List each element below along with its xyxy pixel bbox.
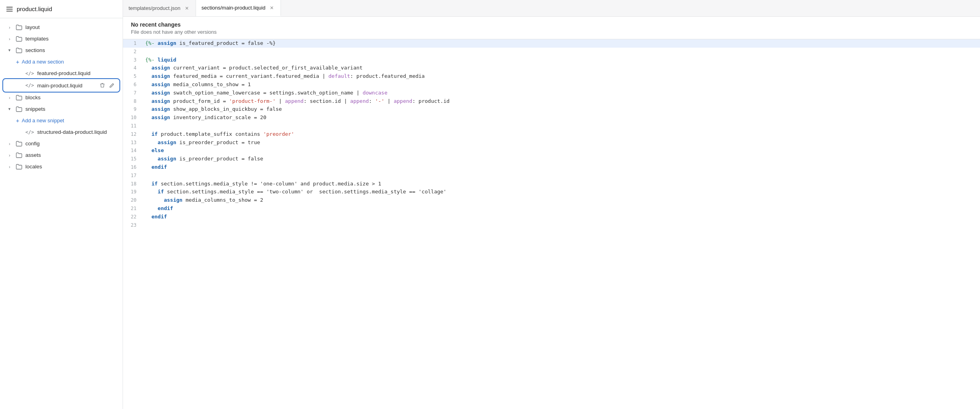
- plus-icon: +: [16, 117, 19, 124]
- item-label: templates: [25, 36, 116, 42]
- code-line: 3{%- liquid: [123, 56, 980, 64]
- folder-icon: [16, 95, 22, 100]
- line-number: 7: [123, 89, 142, 97]
- chevron-icon: ›: [6, 37, 13, 41]
- line-number: 21: [123, 204, 142, 212]
- line-content: endif: [142, 204, 980, 213]
- chevron-icon: ›: [6, 95, 13, 100]
- line-number: 5: [123, 72, 142, 80]
- delete-button[interactable]: [99, 82, 106, 89]
- code-line: 14 else: [123, 147, 980, 155]
- edit-button[interactable]: [108, 82, 115, 89]
- folder-icon: [16, 106, 22, 112]
- chevron-icon: ▾: [6, 106, 13, 112]
- chevron-icon: ›: [6, 25, 13, 30]
- item-actions: [99, 82, 115, 89]
- code-line: 6 assign media_columns_to_show = 1: [123, 81, 980, 89]
- line-content: if product.template_suffix contains 'pre…: [142, 130, 980, 139]
- line-number: 8: [123, 97, 142, 105]
- code-line: 20 assign media_columns_to_show = 2: [123, 196, 980, 204]
- line-content: if section.settings.media_style != 'one-…: [142, 180, 980, 188]
- tree-item-sections[interactable]: ▾ sections: [0, 44, 123, 56]
- code-editor[interactable]: 1{%- assign is_featured_product = false …: [123, 39, 980, 409]
- item-label: assets: [25, 152, 116, 158]
- item-label: layout: [25, 24, 116, 30]
- sidebar: product.liquid › layout› templates▾ sect…: [0, 0, 123, 409]
- line-content: endif: [142, 163, 980, 172]
- tree-item-blocks[interactable]: › blocks: [0, 92, 123, 103]
- item-label: config: [25, 141, 116, 147]
- tree-item-main-product[interactable]: </>main-product.liquid: [3, 79, 119, 92]
- sidebar-header: product.liquid: [0, 0, 123, 18]
- code-line: 2: [123, 48, 980, 56]
- line-number: 9: [123, 105, 142, 113]
- tree-item-assets[interactable]: › assets: [0, 149, 123, 161]
- line-number: 13: [123, 139, 142, 147]
- code-line: 13 assign is_preorder_product = true: [123, 139, 980, 147]
- add-link-label: Add a new snippet: [22, 118, 64, 123]
- code-file-icon: </>: [25, 83, 34, 88]
- line-content: assign media_columns_to_show = 1: [142, 81, 980, 89]
- status-subtitle: File does not have any other versions: [131, 29, 972, 35]
- sidebar-content: › layout› templates▾ sections+Add a new …: [0, 18, 123, 409]
- code-line: 5 assign featured_media = current_varian…: [123, 72, 980, 81]
- code-line: 7 assign swatch_option_name_lowercase = …: [123, 89, 980, 97]
- line-content: if section.settings.media_style == 'two-…: [142, 188, 980, 196]
- status-title: No recent changes: [131, 21, 972, 28]
- chevron-icon: ›: [6, 164, 13, 169]
- line-number: 22: [123, 213, 142, 221]
- tree-item-locales[interactable]: › locales: [0, 161, 123, 172]
- item-label: locales: [25, 164, 116, 170]
- line-number: 11: [123, 122, 142, 130]
- main-panel: templates/product.json✕sections/main-pro…: [123, 0, 980, 409]
- tab-tab-templates[interactable]: templates/product.json✕: [123, 0, 196, 16]
- tree-item-templates[interactable]: › templates: [0, 33, 123, 44]
- tree-item-structured-data-product[interactable]: </>structured-data-product.liquid: [0, 126, 123, 138]
- line-number: 4: [123, 64, 142, 72]
- folder-icon: [16, 141, 22, 147]
- tab-label: templates/product.json: [129, 5, 181, 11]
- line-content: assign product_form_id = 'product-form-'…: [142, 97, 980, 106]
- code-file-icon: </>: [25, 129, 34, 135]
- line-number: 18: [123, 180, 142, 188]
- add-link-add-snippet[interactable]: +Add a new snippet: [0, 115, 123, 126]
- tree-item-config[interactable]: › config: [0, 138, 123, 149]
- code-line: 17: [123, 172, 980, 180]
- item-label: blocks: [25, 95, 116, 100]
- tree-item-layout[interactable]: › layout: [0, 21, 123, 33]
- tab-tab-main-product[interactable]: sections/main-product.liquid✕: [196, 0, 281, 16]
- chevron-icon: ▾: [6, 48, 13, 53]
- code-line: 18 if section.settings.media_style != 'o…: [123, 180, 980, 188]
- tab-close-button[interactable]: ✕: [269, 5, 275, 11]
- chevron-icon: ›: [6, 153, 13, 158]
- folder-icon: [16, 36, 22, 42]
- code-line: 15 assign is_preorder_product = false: [123, 155, 980, 163]
- code-line: 21 endif: [123, 204, 980, 213]
- line-content: assign swatch_option_name_lowercase = se…: [142, 89, 980, 97]
- line-number: 14: [123, 147, 142, 154]
- code-line: 16 endif: [123, 163, 980, 172]
- line-number: 1: [123, 39, 142, 47]
- line-number: 23: [123, 221, 142, 229]
- line-content: assign show_app_blocks_in_quickbuy = fal…: [142, 105, 980, 114]
- line-content: assign inventory_indicator_scale = 20: [142, 114, 980, 122]
- line-number: 10: [123, 114, 142, 122]
- item-label: main-product.liquid: [37, 83, 96, 89]
- line-content: endif: [142, 213, 980, 221]
- line-number: 16: [123, 163, 142, 171]
- line-content: [142, 48, 980, 56]
- hamburger-icon[interactable]: [6, 7, 13, 12]
- code-line: 1{%- assign is_featured_product = false …: [123, 39, 980, 48]
- tree-item-snippets[interactable]: ▾ snippets: [0, 103, 123, 115]
- line-content: [142, 122, 980, 130]
- item-label: structured-data-product.liquid: [37, 129, 116, 135]
- add-link-add-section[interactable]: +Add a new section: [0, 56, 123, 68]
- add-link-label: Add a new section: [22, 59, 64, 65]
- tree-item-featured-product[interactable]: </>featured-product.liquid: [0, 68, 123, 79]
- line-number: 20: [123, 196, 142, 204]
- code-line: 19 if section.settings.media_style == 't…: [123, 188, 980, 196]
- code-file-icon: </>: [25, 71, 34, 76]
- tab-close-button[interactable]: ✕: [184, 5, 190, 12]
- line-number: 6: [123, 81, 142, 89]
- line-content: assign media_columns_to_show = 2: [142, 196, 980, 204]
